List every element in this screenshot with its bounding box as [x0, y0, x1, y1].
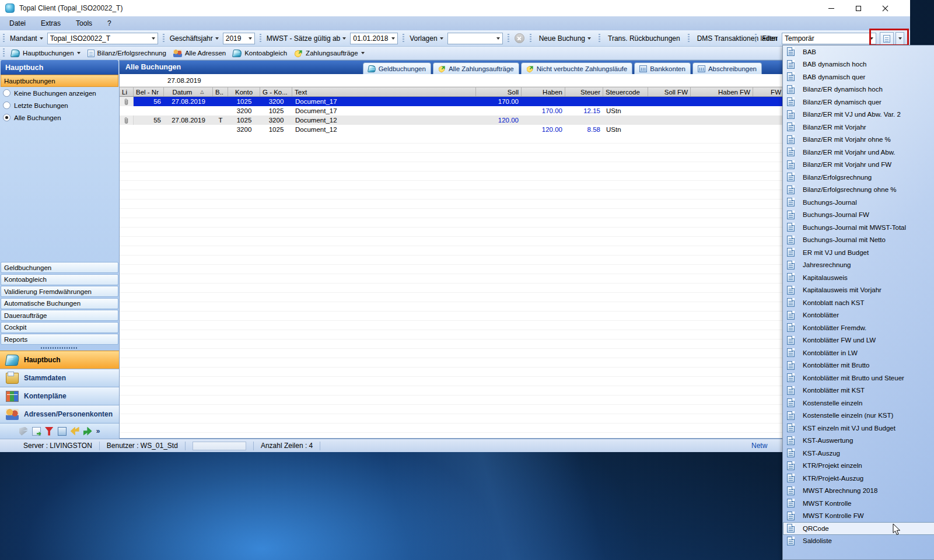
mandant-label[interactable]: Mandant: [10, 34, 43, 43]
sync-icon[interactable]: [19, 427, 28, 436]
tab-alle-zahlungsauftraege[interactable]: Alle Zahlungsaufträge: [433, 62, 519, 74]
report-template-item[interactable]: Bilanz/ER mit Vorjahr und Abw.: [783, 146, 934, 159]
report-template-item[interactable]: QRCode: [783, 522, 934, 535]
column-header-li[interactable]: Li: [120, 88, 134, 96]
neue-buchung-button[interactable]: Neue Buchung: [534, 32, 596, 45]
report-template-item[interactable]: KTR/Projekt-Auszug: [783, 472, 934, 485]
column-header-steuercode[interactable]: Steuercode: [603, 88, 648, 96]
sidebar-button[interactable]: Validierung Fremdwährungen: [1, 286, 118, 297]
report-template-item[interactable]: MWST Kontrolle FW: [783, 510, 934, 523]
table-icon[interactable]: [58, 427, 67, 436]
nav-hauptbuch[interactable]: Hauptbuch: [0, 351, 119, 369]
toolbar-grip[interactable]: [403, 34, 404, 43]
import-arrow-icon[interactable]: [71, 427, 79, 436]
column-header-konto[interactable]: Konto: [228, 88, 260, 96]
report-template-item[interactable]: Kontoblätter mit Brutto und Steuer: [783, 372, 934, 384]
ribbon-hauptbuchungen[interactable]: Hauptbuchungen: [8, 50, 84, 57]
trans-rueckbuchungen-button[interactable]: Trans. Rückbuchungen: [603, 32, 685, 45]
mwst-combobox[interactable]: 01.01.2018: [350, 33, 398, 44]
geschaeftsjahr-combobox[interactable]: 2019: [223, 33, 255, 44]
column-header-fw[interactable]: FW: [753, 88, 784, 96]
report-template-item[interactable]: Buchungs-Journal mit MWST-Total: [783, 221, 934, 234]
report-template-item[interactable]: Kontoblatt nach KST: [783, 296, 934, 309]
sidebar-button[interactable]: Geldbuchungen: [1, 262, 118, 273]
column-header-g-konto[interactable]: G - Ko...: [260, 88, 292, 96]
column-header-soll[interactable]: Soll: [476, 88, 522, 96]
report-template-item[interactable]: ER mit VJ und Budget: [783, 246, 934, 259]
report-template-item[interactable]: Saldoliste: [783, 535, 934, 548]
report-template-item[interactable]: Buchungs-Journal mit Netto: [783, 234, 934, 247]
toolbar-grip[interactable]: [3, 48, 5, 58]
report-template-item[interactable]: Kontoblätter mit Brutto: [783, 359, 934, 372]
toolbar-grip[interactable]: [260, 34, 261, 43]
menu-extras[interactable]: Extras: [41, 19, 61, 27]
close-button[interactable]: [872, 0, 898, 16]
tab-abschreibungen[interactable]: Abschreibungen: [692, 62, 762, 74]
sidebar-button[interactable]: Reports: [1, 334, 118, 345]
menu-help[interactable]: ?: [107, 19, 111, 27]
report-template-item[interactable]: Bilanz/ER dynamisch hoch: [783, 83, 934, 96]
sidebar-button[interactable]: Cockpit: [1, 322, 118, 333]
column-header-soll-fw[interactable]: Soll FW: [648, 88, 691, 96]
column-header-haben[interactable]: Haben: [522, 88, 565, 96]
sidebar-button[interactable]: Daueraufträge: [1, 310, 118, 321]
vorlagen-combobox[interactable]: [447, 33, 503, 44]
toolbar-grip[interactable]: [688, 34, 690, 43]
report-template-item[interactable]: Kontoblätter Fremdw.: [783, 321, 934, 334]
more-tools-chevron[interactable]: »: [96, 428, 100, 435]
ribbon-bilanz[interactable]: Bilanz/Erfolgsrechnung: [84, 50, 170, 57]
report-template-item[interactable]: Kontoblätter in LW: [783, 346, 934, 359]
report-template-item[interactable]: Buchungs-Journal: [783, 196, 934, 209]
radio-letzte-buchungen[interactable]: Letzte Buchungen: [0, 99, 119, 111]
ribbon-zahlungsauftraege[interactable]: Zahlungsaufträge: [291, 50, 368, 57]
radio-keine-buchungen[interactable]: Keine Buchungen anzeigen: [0, 87, 119, 99]
geschaeftsjahr-label[interactable]: Geschäftsjahr: [170, 34, 219, 43]
ribbon-alle-adressen[interactable]: Alle Adressen: [170, 50, 229, 57]
column-header-haben-fw[interactable]: Haben FW: [691, 88, 753, 96]
maximize-button[interactable]: [845, 0, 872, 16]
report-template-item[interactable]: KTR/Projekt einzeln: [783, 460, 934, 473]
mandant-combobox[interactable]: Topal_ISO20022_T: [47, 33, 158, 44]
toolbar-grip[interactable]: [755, 34, 757, 43]
export-arrow-icon[interactable]: [83, 427, 92, 436]
report-template-item[interactable]: Bilanz/ER mit Vorjahr und FW: [783, 159, 934, 172]
tab-geldbuchungen[interactable]: Geldbuchungen: [363, 62, 431, 74]
report-template-item[interactable]: Kostenstelle einzeln: [783, 397, 934, 410]
toolbar-grip[interactable]: [3, 34, 5, 43]
nav-kontenplaene[interactable]: Kontenpläne: [0, 387, 119, 405]
toolbar-grip[interactable]: [508, 34, 509, 43]
report-template-item[interactable]: Bilanz/Erfolgsrechnung: [783, 171, 934, 184]
report-template-item[interactable]: Bilanz/ER dynamisch quer: [783, 96, 934, 108]
export-page-icon[interactable]: [32, 427, 41, 436]
report-template-item[interactable]: Kontoblätter: [783, 309, 934, 322]
report-template-item[interactable]: Buchungs-Journal FW: [783, 209, 934, 222]
report-template-item[interactable]: Bilanz/ER mit VJ und Abw. Var. 2: [783, 108, 934, 121]
column-header-bel-nr[interactable]: Bel - Nr: [134, 88, 164, 96]
toolbar-grip[interactable]: [163, 34, 165, 43]
report-template-item[interactable]: Kapitalausweis mit Vorjahr: [783, 284, 934, 297]
filter-funnel-icon[interactable]: [45, 427, 54, 436]
report-template-item[interactable]: KST einzeln mit VJ und Budget: [783, 422, 934, 435]
minimize-button[interactable]: [818, 0, 845, 16]
clear-vorlage-button[interactable]: [515, 33, 524, 43]
tab-bankkonten[interactable]: Bankkonten: [634, 62, 691, 74]
report-template-item[interactable]: Kapitalausweis: [783, 271, 934, 284]
report-template-item[interactable]: KST-Auswertung: [783, 435, 934, 447]
radio-alle-buchungen[interactable]: Alle Buchungen: [0, 111, 119, 124]
vorlagen-label[interactable]: Vorlagen: [410, 34, 443, 43]
toolbar-grip[interactable]: [530, 34, 531, 43]
sidebar-splitter[interactable]: [0, 345, 119, 351]
tab-nicht-verbuchte-zahlungslaeufe[interactable]: Nicht verbuchte Zahlungsläufe: [521, 62, 632, 74]
status-network-link[interactable]: Netw: [751, 442, 767, 450]
report-template-item[interactable]: BAB: [783, 46, 934, 58]
nav-adressen-personenkonten[interactable]: Adressen/Personenkonten: [0, 405, 119, 423]
report-template-item[interactable]: Bilanz/Erfolgsrechnung ohne %: [783, 184, 934, 197]
report-template-item[interactable]: BAB dynamisch quer: [783, 71, 934, 83]
column-header-datum[interactable]: Datum△: [164, 88, 213, 96]
report-template-item[interactable]: Kontoblätter mit KST: [783, 384, 934, 397]
report-template-item[interactable]: Bilanz/ER mit Vorjahr ohne %: [783, 134, 934, 146]
report-template-item[interactable]: Kontoblätter FW und LW: [783, 334, 934, 347]
column-header-b[interactable]: B..: [213, 88, 228, 96]
report-template-item[interactable]: Jahresrechnung: [783, 259, 934, 272]
sidebar-button[interactable]: Kontoabgleich: [1, 274, 118, 285]
